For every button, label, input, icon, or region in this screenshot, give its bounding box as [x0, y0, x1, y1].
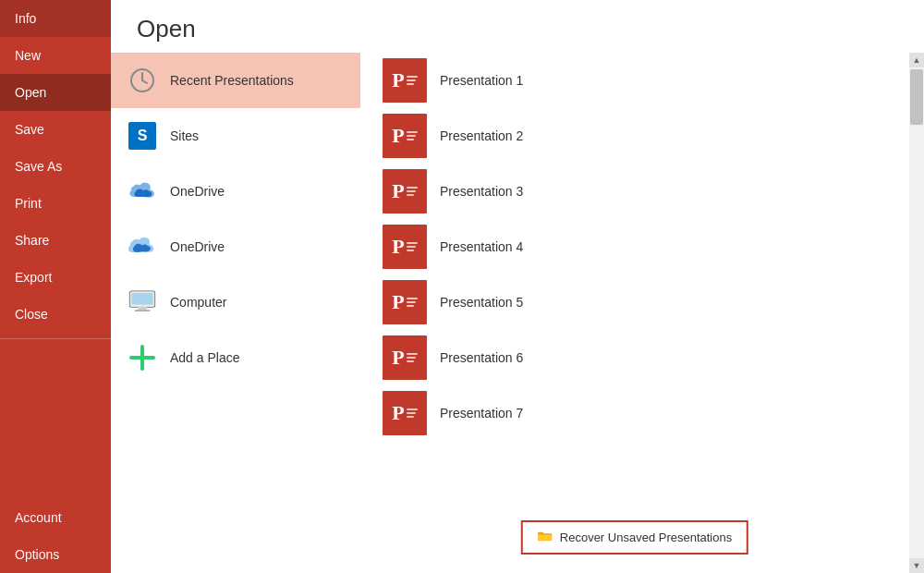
list-item[interactable]: P Presentation 7: [375, 385, 894, 441]
sidebar: Info New Open Save Save As Print Share E…: [0, 0, 111, 573]
sidebar-item-account[interactable]: Account: [0, 499, 111, 536]
source-addplace[interactable]: Add a Place: [111, 330, 360, 385]
sidebar-item-new[interactable]: New: [0, 37, 111, 74]
sidebar-item-options[interactable]: Options: [0, 536, 111, 573]
svg-rect-6: [138, 307, 147, 310]
content-area: Recent Presentations S Sites OneDrive: [111, 53, 924, 573]
scroll-thumb[interactable]: [910, 69, 923, 125]
presentation-label: Presentation 6: [440, 350, 523, 365]
ppt-icon: P: [383, 169, 427, 213]
sidebar-item-export[interactable]: Export: [0, 259, 111, 296]
svg-line-2: [142, 80, 147, 83]
onedrive1-icon: [126, 175, 159, 208]
presentation-label: Presentation 2: [440, 128, 523, 143]
addplace-icon: [126, 341, 159, 374]
main-area: Open Recent Presentations S: [111, 0, 924, 573]
recover-unsaved-button[interactable]: Recover Unsaved Presentations: [521, 520, 748, 555]
sidebar-item-share[interactable]: Share: [0, 222, 111, 259]
sidebar-divider: [0, 338, 111, 339]
source-sites[interactable]: S Sites: [111, 108, 360, 164]
sidebar-item-open[interactable]: Open: [0, 74, 111, 111]
source-onedrive1-label: OneDrive: [170, 184, 225, 199]
ppt-icon: P: [383, 114, 427, 158]
svg-rect-7: [135, 310, 151, 311]
ppt-icon: P: [383, 280, 427, 324]
sidebar-item-save-as[interactable]: Save As: [0, 148, 111, 185]
ppt-icon: P: [383, 58, 427, 103]
computer-icon: [126, 286, 159, 319]
scroll-up-arrow[interactable]: ▲: [909, 53, 924, 67]
sidebar-item-save[interactable]: Save: [0, 111, 111, 148]
source-addplace-label: Add a Place: [170, 350, 240, 365]
list-item[interactable]: P Presentation 2: [375, 108, 894, 164]
left-panel: Recent Presentations S Sites OneDrive: [111, 53, 360, 573]
source-sites-label: Sites: [170, 128, 199, 143]
presentation-label: Presentation 1: [440, 73, 523, 88]
source-recent-label: Recent Presentations: [170, 73, 294, 88]
source-onedrive2[interactable]: OneDrive: [111, 219, 360, 274]
presentation-label: Presentation 5: [440, 295, 523, 310]
right-panel: P Presentation 1 P: [360, 53, 909, 573]
scrollbar[interactable]: ▲ ▼: [909, 53, 924, 573]
folder-icon: [538, 530, 553, 545]
sidebar-item-info[interactable]: Info: [0, 0, 111, 37]
source-onedrive1[interactable]: OneDrive: [111, 164, 360, 219]
source-onedrive2-label: OneDrive: [170, 239, 225, 254]
sidebar-item-print[interactable]: Print: [0, 185, 111, 222]
source-recent[interactable]: Recent Presentations: [111, 53, 360, 108]
svg-rect-5: [131, 293, 152, 305]
ppt-icon: P: [383, 391, 427, 435]
list-item[interactable]: P Presentation 3: [375, 164, 894, 219]
scroll-down-arrow[interactable]: ▼: [909, 558, 924, 573]
list-item[interactable]: P Presentation 1: [375, 53, 894, 108]
sites-icon: S: [126, 119, 159, 152]
list-item[interactable]: P Presentation 5: [375, 274, 894, 330]
clock-icon: [126, 64, 159, 97]
presentation-label: Presentation 3: [440, 184, 523, 199]
list-item[interactable]: P Presentation 4: [375, 219, 894, 274]
recover-btn-label: Recover Unsaved Presentations: [560, 530, 732, 544]
presentation-label: Presentation 4: [440, 239, 523, 254]
presentation-label: Presentation 7: [440, 406, 523, 421]
recover-btn-area: Recover Unsaved Presentations: [521, 520, 748, 555]
source-computer[interactable]: Computer: [111, 274, 360, 330]
ppt-icon: P: [383, 225, 427, 269]
onedrive2-icon: [126, 230, 159, 263]
page-title: Open: [111, 0, 924, 53]
ppt-icon: P: [383, 335, 427, 380]
source-computer-label: Computer: [170, 295, 226, 310]
sidebar-item-close[interactable]: Close: [0, 296, 111, 333]
list-item[interactable]: P Presentation 6: [375, 330, 894, 385]
